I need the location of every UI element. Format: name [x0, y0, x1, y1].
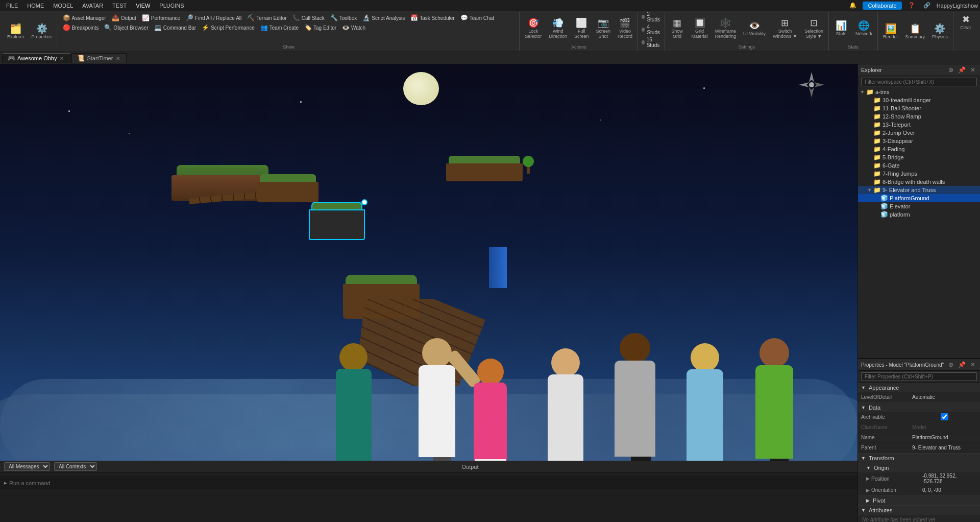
explorer-title: Explorer	[861, 67, 882, 73]
contexts-filter-select[interactable]: All Contexts Client Server	[54, 462, 97, 471]
menu-bar: FILE HOME MODEL AVATAR TEST VIEW PLUGINS…	[0, 0, 980, 11]
video-record-button[interactable]: 🎬 VideoRecord	[615, 17, 635, 40]
menu-item-avatar[interactable]: AVATAR	[78, 2, 107, 10]
object-browser-button[interactable]: 🔍Object Browser	[102, 23, 151, 32]
data-section-header[interactable]: ▼ Data	[858, 403, 980, 412]
tree-item-15[interactable]: 🧊platform	[858, 210, 980, 219]
tab-start-timer[interactable]: 📜 StartTimer ✕	[71, 53, 127, 63]
task-scheduler-button[interactable]: 📅Task Scheduler	[408, 13, 457, 22]
script-performance-button[interactable]: ⚡Script Performance	[199, 23, 257, 32]
lock-selector-button[interactable]: 🎯 LockSelector	[522, 17, 545, 40]
explorer-expand-button[interactable]: ⊕	[947, 66, 955, 74]
menu-item-plugins[interactable]: PLUGINS	[155, 2, 188, 10]
explorer-pin-button[interactable]: 📌	[957, 66, 967, 74]
tree-item-13[interactable]: 🧊PlatformGround	[858, 194, 980, 202]
performance-button[interactable]: 📈Performance	[139, 13, 183, 22]
viewport[interactable]: All Messages Errors Warnings Info All Co…	[0, 64, 857, 522]
breakpoints-button[interactable]: 🔴Breakpoints	[60, 23, 102, 32]
explorer-header: Explorer ⊕ 📌 ✕	[858, 64, 980, 76]
command-input[interactable]	[9, 480, 853, 486]
explorer-button[interactable]: 🗂️ Explorer	[4, 22, 28, 41]
properties-filter-input[interactable]	[861, 372, 977, 381]
collaborate-button[interactable]: Collaborate	[863, 2, 901, 10]
properties-expand-button[interactable]: ⊕	[947, 361, 955, 369]
menu-item-view[interactable]: VIEW	[132, 2, 154, 10]
tree-item-6[interactable]: 📁3-Disappear	[858, 137, 980, 145]
share-icon[interactable]: 🔗	[921, 1, 933, 10]
explorer-filter-input[interactable]	[861, 78, 977, 86]
properties-button[interactable]: ⚙️ Properties	[29, 22, 56, 41]
switch-windows-button[interactable]: ⊞ SwitchWindows ▼	[770, 17, 800, 40]
studs-16-option[interactable]: 16 Studs	[640, 36, 663, 49]
position-row: ▶ Position -0.981, 32.952, -526.738	[858, 472, 980, 485]
archivable-checkbox[interactable]	[912, 413, 977, 420]
tree-item-11[interactable]: 📁8-Bridge with death walls	[858, 178, 980, 186]
clear-button[interactable]: ✖ Clear	[955, 13, 976, 32]
wind-direction-button[interactable]: 💨 WindDirection	[546, 17, 570, 40]
team-create-button[interactable]: 👥Team Create	[258, 23, 301, 32]
properties-pin-button[interactable]: 📌	[957, 361, 967, 369]
selection-style-button[interactable]: ⊡ SelectionStyle ▼	[801, 17, 826, 40]
tree-item-10[interactable]: 📁7-Ring Jumps	[858, 170, 980, 178]
properties-header: Properties - Model "PlatformGround" ⊕ 📌 …	[858, 359, 980, 371]
output-button[interactable]: 📤Output	[109, 13, 139, 22]
menu-item-test[interactable]: TEST	[108, 2, 131, 10]
properties-close-button[interactable]: ✕	[969, 361, 977, 369]
network-button[interactable]: 🌐 Network	[852, 19, 875, 38]
tree-item-1[interactable]: 📁10-treadmill danger	[858, 96, 980, 104]
tree-item-4[interactable]: 📁13-Teleport	[858, 121, 980, 129]
ui-visibility-button[interactable]: 👁️ UI Visibility	[740, 19, 769, 38]
origin-section-header[interactable]: ▼ Origin	[858, 463, 980, 472]
svg-marker-2	[799, 82, 809, 87]
explorer-close-button[interactable]: ✕	[969, 66, 977, 74]
pivot-section: ▶ Pivot	[858, 496, 980, 506]
attributes-section-header[interactable]: ▼ Attributes	[858, 506, 980, 515]
call-stack-button[interactable]: 📞Call Stack	[290, 13, 327, 22]
find-replace-button[interactable]: 🔎Find All / Replace All	[183, 13, 244, 22]
asset-manager-button[interactable]: 📦Asset Manager	[60, 13, 109, 22]
question-icon[interactable]: ❓	[906, 1, 917, 10]
tree-item-12[interactable]: ▼📁9- Elevator and Truss	[858, 186, 980, 194]
transform-section-header[interactable]: ▼ Transform	[858, 454, 980, 463]
script-analysis-button[interactable]: 🔬Script Analysis	[360, 13, 407, 22]
tree-item-5[interactable]: 📁2-Jump Over	[858, 129, 980, 137]
full-screen-button[interactable]: ⬜ FullScreen	[571, 17, 592, 40]
show-grid-button[interactable]: ▦ ShowGrid	[667, 17, 688, 40]
pivot-section-header[interactable]: ▶ Pivot	[858, 496, 980, 505]
physics-button[interactable]: ⚙️ Physics	[929, 22, 951, 41]
menu-item-file[interactable]: FILE	[2, 2, 22, 10]
screen-shot-button[interactable]: 📷 ScreenShot	[593, 17, 614, 40]
grid-material-button[interactable]: 🔲 GridMaterial	[689, 17, 711, 40]
tree-item-8[interactable]: 📁5-Bridge	[858, 153, 980, 161]
watch-button[interactable]: 👁️Watch	[339, 23, 368, 32]
command-bar-button[interactable]: 💻Command Bar	[152, 23, 199, 32]
toolbox-button[interactable]: 🔧Toolbox	[328, 13, 359, 22]
tab-awesome-obby[interactable]: 🎮 Awesome Obby ✕	[2, 53, 70, 63]
tree-item-0[interactable]: ▼📁a-tms	[858, 88, 980, 96]
tab-close-awesome-obby[interactable]: ✕	[59, 56, 65, 61]
terrain-editor-button[interactable]: ⛏️Terrain Editor	[244, 13, 289, 22]
team-chat-button[interactable]: 💬Team Chat	[458, 13, 497, 22]
menu-item-model[interactable]: MODEL	[49, 2, 77, 10]
tag-editor-button[interactable]: 🏷️Tag Editor	[302, 23, 339, 32]
bell-icon[interactable]: 🔔	[847, 1, 859, 10]
wireframe-rendering-button[interactable]: 🕸️ WireframeRendering	[712, 17, 740, 40]
explorer-panel: Explorer ⊕ 📌 ✕ ▼📁a-tms📁10-treadmill dang…	[858, 64, 980, 359]
menu-item-home[interactable]: HOME	[23, 2, 48, 10]
tree-item-9[interactable]: 📁6-Gate	[858, 161, 980, 170]
tree-item-14[interactable]: 🧊Elevator	[858, 202, 980, 210]
messages-filter-select[interactable]: All Messages Errors Warnings Info	[4, 462, 50, 471]
tree-item-2[interactable]: 📁11-Ball Shooter	[858, 104, 980, 112]
stats-button[interactable]: 📊 Stats	[831, 19, 851, 38]
tab-close-start-timer[interactable]: ✕	[115, 56, 121, 61]
output-label: Output	[97, 464, 843, 470]
appearance-section-header[interactable]: ▼ Appearance	[858, 383, 980, 392]
render-button[interactable]: 🖼️ Render	[880, 22, 901, 41]
studs-4-option[interactable]: 4 Studs	[640, 23, 663, 36]
tree-item-3[interactable]: 📁12-Show Ramp	[858, 112, 980, 121]
studs-2-option[interactable]: 2 Studs	[640, 11, 663, 23]
summary-button[interactable]: 📋 Summary	[902, 22, 928, 41]
tree-item-7[interactable]: 📁4-Fading	[858, 145, 980, 153]
explorer-tree: ▼📁a-tms📁10-treadmill danger📁11-Ball Shoo…	[858, 88, 980, 358]
classname-row: ClassName Model	[858, 422, 980, 433]
